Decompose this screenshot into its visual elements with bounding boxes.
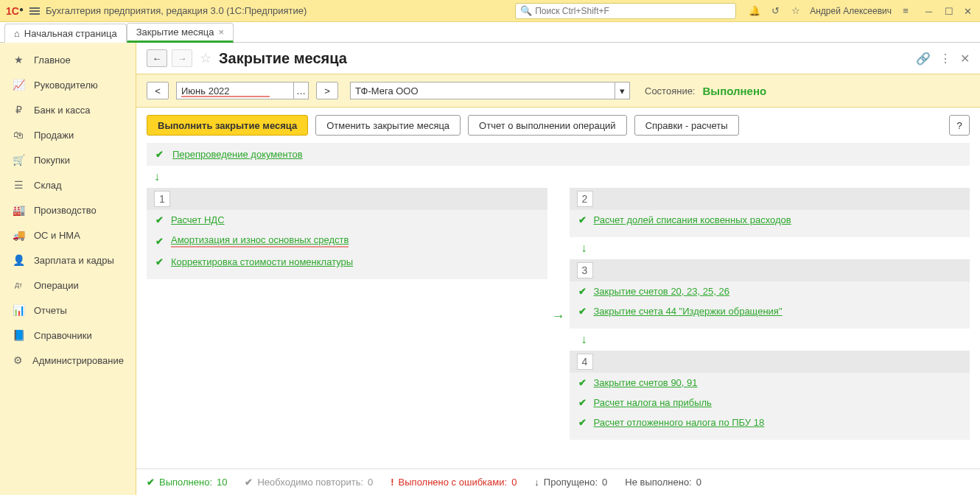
- notdone-value: 0: [696, 477, 701, 488]
- stage-3-number: 3: [577, 262, 593, 278]
- link-icon[interactable]: 🔗: [916, 52, 931, 66]
- ruble-icon: ₽: [12, 104, 25, 116]
- main-header: ← → ☆ Закрытие месяца 🔗 ⋮ ✕: [136, 43, 980, 74]
- org-select[interactable]: ТФ-Мега ООО: [350, 82, 615, 99]
- repeat-label: Необходимо повторить:: [257, 477, 363, 488]
- sidebar-item-sales[interactable]: 🛍Продажи: [0, 122, 136, 147]
- button-row: Выполнить закрытие месяца Отменить закры…: [136, 108, 980, 143]
- op-close-44-link[interactable]: Закрытие счета 44 "Издержки обращения": [594, 306, 783, 317]
- status-label: Состояние:: [645, 85, 695, 96]
- maximize-button[interactable]: ☐: [945, 6, 955, 16]
- history-icon[interactable]: ↺: [769, 4, 782, 18]
- stage-3-box: 3 ✔Закрытие счетов 20, 23, 25, 26 ✔Закры…: [570, 259, 970, 329]
- period-next-button[interactable]: >: [316, 82, 338, 99]
- more-icon[interactable]: ⋮: [939, 52, 951, 66]
- page-title: Закрытие месяца: [219, 50, 347, 67]
- search-input[interactable]: [535, 6, 731, 16]
- execute-button[interactable]: Выполнить закрытие месяца: [147, 115, 308, 136]
- tab-close-icon[interactable]: ×: [218, 27, 224, 38]
- bell-icon[interactable]: 🔔: [748, 4, 761, 18]
- sidebar-item-production[interactable]: 🏭Производство: [0, 197, 136, 222]
- check-icon: ✔: [155, 214, 164, 225]
- sidebar-item-purchases[interactable]: 🛒Покупки: [0, 147, 136, 172]
- op-profit-tax-link[interactable]: Расчет налога на прибыль: [594, 397, 712, 408]
- titlebar: 1С● Бухгалтерия предприятия, редакция 3.…: [0, 0, 980, 22]
- skip-icon: ↓: [534, 477, 539, 488]
- sidebar-item-label: Покупки: [34, 155, 70, 166]
- check-icon: ✔: [245, 477, 253, 488]
- stage-2-box: 2 ✔Расчет долей списания косвенных расхо…: [570, 188, 970, 237]
- sidebar-item-label: Зарплата и кадры: [34, 255, 114, 266]
- period-prev-button[interactable]: <: [147, 82, 169, 99]
- refs-button-label: Справки - расчеты: [645, 120, 728, 131]
- nav-forward-button[interactable]: →: [172, 49, 192, 67]
- op-close-90-link[interactable]: Закрытие счетов 90, 91: [594, 377, 698, 388]
- sidebar-item-reports[interactable]: 📊Отчеты: [0, 298, 136, 323]
- notdone-label: Не выполнено:: [625, 477, 691, 488]
- sidebar-item-label: Производство: [34, 205, 97, 216]
- sidebar-item-assets[interactable]: 🚚ОС и НМА: [0, 222, 136, 248]
- refs-button[interactable]: Справки - расчеты: [634, 115, 739, 136]
- cancel-button[interactable]: Отменить закрытие месяца: [315, 115, 461, 136]
- settings-icon[interactable]: ≡: [899, 4, 912, 18]
- status-bar: ✔Выполнено: 10 ✔Необходимо повторить: 0 …: [136, 468, 980, 495]
- sidebar-item-manager[interactable]: 📈Руководителю: [0, 72, 136, 97]
- check-icon: ✔: [578, 417, 587, 428]
- op-vat-link[interactable]: Расчет НДС: [171, 214, 225, 225]
- sidebar-item-label: Отчеты: [34, 305, 67, 316]
- chart-icon: 📈: [12, 79, 25, 91]
- check-icon: ✔: [578, 377, 587, 388]
- help-button[interactable]: ?: [949, 115, 970, 136]
- period-picker-button[interactable]: …: [294, 82, 309, 99]
- org-dropdown-button[interactable]: ▾: [615, 82, 630, 99]
- repost-section: ✔ Перепроведение документов: [147, 143, 970, 166]
- repost-link[interactable]: Перепроведение документов: [172, 149, 303, 160]
- report-button[interactable]: Отчет о выполнении операций: [468, 115, 627, 136]
- close-window-button[interactable]: ✕: [964, 6, 974, 16]
- sidebar-item-operations[interactable]: ДтОперации: [0, 273, 136, 298]
- arrow-right-icon: →: [547, 192, 570, 440]
- tab-active-label: Закрытие месяца: [136, 27, 214, 38]
- execute-button-label: Выполнить закрытие месяца: [158, 120, 297, 131]
- sidebar-item-salary[interactable]: 👤Зарплата и кадры: [0, 248, 136, 273]
- tabs-row: ⌂ Начальная страница Закрытие месяца ×: [0, 22, 980, 43]
- check-icon: ✔: [578, 397, 587, 408]
- sidebar-item-label: Продажи: [34, 130, 74, 141]
- errors-value: 0: [511, 477, 517, 488]
- op-depreciation-link[interactable]: Амортизация и износ основных средств: [171, 234, 349, 248]
- minimize-button[interactable]: ─: [925, 6, 936, 16]
- gear-icon: ⚙: [12, 354, 24, 366]
- app-title: Бухгалтерия предприятия, редакция 3.0 (1…: [46, 5, 307, 16]
- sidebar-item-bank[interactable]: ₽Банк и касса: [0, 97, 136, 122]
- op-close-20-link[interactable]: Закрытие счетов 20, 23, 25, 26: [594, 286, 729, 297]
- op-indirect-link[interactable]: Расчет долей списания косвенных расходов: [594, 214, 791, 225]
- check-icon: ✔: [578, 214, 587, 225]
- op-deferred-tax-link[interactable]: Расчет отложенного налога по ПБУ 18: [594, 417, 765, 428]
- status-value: Выполнено: [702, 85, 766, 97]
- global-search[interactable]: 🔍: [515, 3, 736, 19]
- close-page-icon[interactable]: ✕: [960, 52, 970, 66]
- cancel-button-label: Отменить закрытие месяца: [326, 120, 449, 131]
- op-cost-adjust-link[interactable]: Корректировка стоимости номенклатуры: [171, 256, 353, 267]
- sidebar-item-warehouse[interactable]: ☰Склад: [0, 172, 136, 197]
- star-icon: ★: [12, 54, 25, 66]
- check-icon: ✔: [155, 236, 164, 247]
- hamburger-menu[interactable]: [29, 7, 40, 15]
- star-icon[interactable]: ☆: [789, 4, 802, 18]
- repeat-value: 0: [368, 477, 373, 488]
- tab-home[interactable]: ⌂ Начальная страница: [4, 24, 127, 43]
- username[interactable]: Андрей Алексеевич: [810, 6, 892, 16]
- sidebar-item-admin[interactable]: ⚙Администрирование: [0, 348, 136, 373]
- tab-month-close[interactable]: Закрытие месяца ×: [127, 23, 234, 43]
- stage-2-number: 2: [577, 191, 593, 207]
- arrow-down-icon: ↓: [581, 242, 970, 255]
- check-icon: ✔: [155, 149, 164, 160]
- sidebar-item-main[interactable]: ★Главное: [0, 47, 136, 72]
- period-input[interactable]: Июнь 2022: [176, 82, 294, 99]
- nav-back-button[interactable]: ←: [147, 49, 167, 67]
- sidebar-item-label: Руководителю: [34, 80, 98, 91]
- report-button-label: Отчет о выполнении операций: [479, 120, 616, 131]
- main-content: ← → ☆ Закрытие месяца 🔗 ⋮ ✕ < Июнь 2022 …: [136, 43, 980, 495]
- sidebar-item-catalogs[interactable]: 📘Справочники: [0, 323, 136, 348]
- favorite-star-icon[interactable]: ☆: [200, 50, 211, 66]
